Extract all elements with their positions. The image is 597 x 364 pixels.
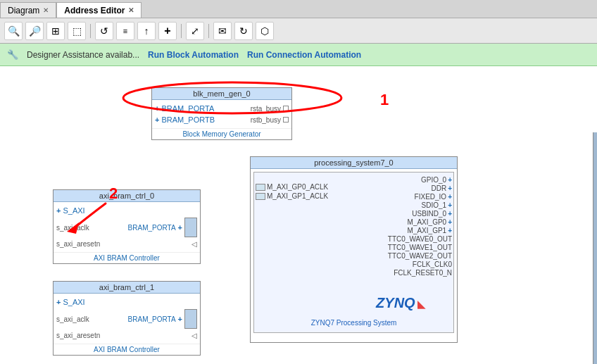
toolbar-sep-3	[208, 24, 209, 38]
proc-port-fclk-reset0: FCLK_RESET0_N	[388, 269, 453, 277]
axi-bram-0-bram-porta-expand[interactable]: +	[178, 223, 182, 232]
designer-assistance-icon: 🔧	[7, 49, 18, 60]
usbind0-expand[interactable]: +	[448, 210, 452, 218]
porta-label: BRAM_PORTA	[161, 104, 214, 113]
axi-bram-1-aclk-port: s_axi_aclk BRAM_PORTA +	[54, 308, 200, 330]
axi-bram-1-bram-porta-expand[interactable]: +	[178, 315, 182, 323]
axi-bram-0-bram-porta-label: BRAM_PORTA	[128, 224, 176, 232]
axi-bram-0-right-connector	[184, 218, 197, 237]
annotation-number-1: 1	[380, 91, 389, 108]
axi-bram-1-aresetn-port: s_axi_aresetn ◁	[54, 330, 200, 341]
diagram-area: blk_mem_gen_0 + BRAM_PORTA rsta_busy + B…	[0, 66, 597, 364]
blk-mem-gen-block[interactable]: blk_mem_gen_0 + BRAM_PORTA rsta_busy + B…	[151, 87, 292, 140]
refresh-button[interactable]: ↺	[95, 22, 113, 40]
designer-assistance-bar: 🔧 Designer Assistance availab... Run Blo…	[0, 44, 597, 66]
axi-bram-0-aresetn-port: s_axi_aresetn ◁	[54, 239, 200, 249]
rsta-busy-label: rsta_busy	[251, 105, 281, 113]
axi-bram-0-s-axi-label: S_AXI	[63, 206, 84, 215]
zynq-system-label: ZYNQ7 Processing System	[254, 319, 453, 327]
axi-bram-ctrl-1-block[interactable]: axi_bram_ctrl_1 + S_AXI s_axi_aclk BRAM_…	[53, 281, 201, 356]
rsta-busy-connector	[283, 106, 289, 111]
regenerate-button[interactable]: ↻	[234, 22, 253, 40]
designer-assistance-text: Designer Assistance availab...	[27, 50, 139, 60]
tab-diagram-close[interactable]: ✕	[43, 6, 49, 14]
proc-port-ttc0-wave1: TTC0_WAVE1_OUT	[388, 244, 453, 251]
fixed-io-expand[interactable]: +	[448, 193, 452, 201]
axi-bram-1-s-axi-port: + S_AXI	[54, 296, 200, 308]
rstb-busy-connector	[283, 117, 289, 123]
sdio1-expand[interactable]: +	[448, 201, 452, 209]
axi-bram-0-aclk-port: s_axi_aclk BRAM_PORTA +	[54, 216, 200, 239]
processing-system-block[interactable]: processing_system7_0 ZYNQ ◣ ZYNQ7 Proces…	[250, 156, 458, 343]
proc-right-ports: GPIO_0 + DDR + FIXED_IO + SDIO_1 + USBIN…	[388, 176, 453, 277]
run-block-automation-button[interactable]: Run Block Automation	[148, 50, 239, 60]
gp1-aclk-connector	[256, 193, 265, 200]
proc-port-usbind0: USBIND_0 +	[388, 210, 453, 218]
proc-port-gpio0: GPIO_0 +	[388, 176, 453, 184]
axi-bram-1-aresetn-arrow: ◁	[191, 332, 197, 339]
tab-diagram-label: Diagram	[8, 6, 39, 15]
gp0-aclk-connector	[256, 184, 265, 191]
axi-bram-0-aresetn-arrow: ◁	[191, 240, 197, 248]
blk-mem-gen-port-portb: + BRAM_PORTB rstb_busy	[152, 114, 291, 125]
ddr-expand[interactable]: +	[448, 184, 452, 192]
tab-address-editor-label: Address Editor	[64, 6, 125, 15]
move-button[interactable]: ⤢	[186, 22, 204, 40]
tab-diagram[interactable]: Diagram ✕	[0, 2, 56, 18]
axi-bram-1-component-label: AXI BRAM Controller	[54, 344, 200, 355]
tab-address-editor-close[interactable]: ✕	[128, 6, 134, 14]
axi-bram-0-aresetn-label: s_axi_aresetn	[56, 240, 100, 248]
porta-expand[interactable]: +	[155, 104, 159, 113]
proc-system-inner: ZYNQ ◣ ZYNQ7 Processing System M_AXI_GP0…	[253, 172, 454, 333]
blk-mem-gen-port-porta: + BRAM_PORTA rsta_busy	[152, 103, 291, 114]
zoom-out-button[interactable]: 🔍	[4, 22, 23, 40]
proc-port-sdio1: SDIO_1 +	[388, 201, 453, 209]
gpio0-expand[interactable]: +	[448, 176, 452, 184]
axi-bram-1-s-axi-label: S_AXI	[63, 298, 84, 306]
up-button[interactable]: ↑	[137, 22, 156, 40]
proc-system-title: processing_system7_0	[251, 157, 457, 169]
blk-mem-gen-body: + BRAM_PORTA rsta_busy + BRAM_PORTB rstb…	[152, 100, 291, 128]
axi-bram-1-bram-porta-label: BRAM_PORTA	[128, 315, 176, 323]
proc-port-ddr: DDR +	[388, 184, 453, 192]
axi-bram-1-title: axi_bram_ctrl_1	[54, 282, 200, 294]
axi-bram-0-title: axi_bram_ctrl_0	[54, 190, 200, 202]
blk-mem-gen-title: blk_mem_gen_0	[152, 88, 291, 100]
run-connection-automation-button[interactable]: Run Connection Automation	[247, 50, 361, 60]
proc-port-fclk-clk0: FCLK_CLK0	[388, 261, 453, 268]
zynq-logo-mark: ◣	[417, 299, 425, 310]
m-axi-gp0-expand[interactable]: +	[448, 218, 452, 226]
zoom-in-button[interactable]: 🔎	[25, 22, 44, 40]
proc-port-m-axi-gp0-aclk: M_AXI_GP0_ACLK	[256, 183, 328, 191]
axi-bram-ctrl-0-block[interactable]: axi_bram_ctrl_0 + S_AXI s_axi_aclk BRAM_…	[53, 189, 201, 264]
export-button[interactable]: ⬡	[256, 22, 274, 40]
fit-button[interactable]: ⊞	[46, 22, 65, 40]
axi-bram-0-aclk-label: s_axi_aclk	[56, 224, 89, 232]
axi-bram-1-s-axi-expand[interactable]: +	[56, 298, 61, 306]
toolbar-sep-1	[90, 24, 91, 38]
toolbar: 🔍 🔎 ⊞ ⬚ ↺ ≡ ↑ + ⤢ ✉ ↻ ⬡	[0, 18, 597, 44]
proc-port-fixed-io: FIXED_IO +	[388, 193, 453, 201]
toolbar-sep-2	[181, 24, 182, 38]
proc-port-ttc0-wave0: TTC0_WAVE0_OUT	[388, 235, 453, 243]
axi-bram-0-s-axi-expand[interactable]: +	[56, 206, 61, 215]
validate-button[interactable]: ✉	[213, 22, 232, 40]
proc-port-ttc0-wave2: TTC0_WAVE2_OUT	[388, 252, 453, 260]
right-edge-bar	[593, 132, 597, 364]
tab-bar: Diagram ✕ Address Editor ✕	[0, 0, 597, 18]
m-axi-gp1-expand[interactable]: +	[448, 227, 452, 234]
axi-bram-1-aresetn-label: s_axi_aresetn	[56, 332, 100, 339]
proc-port-m-axi-gp0: M_AXI_GP0 +	[388, 218, 453, 226]
tab-address-editor[interactable]: Address Editor ✕	[56, 2, 142, 18]
zynq-logo-area: ZYNQ ◣	[376, 295, 425, 311]
axi-bram-1-body: + S_AXI s_axi_aclk BRAM_PORTA + s_axi_ar…	[54, 294, 200, 344]
layout-button[interactable]: ≡	[116, 22, 134, 40]
select-button[interactable]: ⬚	[68, 22, 86, 40]
add-button[interactable]: +	[158, 22, 177, 40]
axi-bram-0-body: + S_AXI s_axi_aclk BRAM_PORTA + s_axi_ar…	[54, 202, 200, 252]
axi-bram-1-right-connector	[184, 309, 197, 329]
proc-left-ports: M_AXI_GP0_ACLK M_AXI_GP1_ACLK	[256, 183, 328, 200]
portb-expand[interactable]: +	[155, 115, 159, 124]
proc-port-m-axi-gp1: M_AXI_GP1 +	[388, 227, 453, 234]
proc-port-m-axi-gp1-aclk: M_AXI_GP1_ACLK	[256, 192, 328, 200]
